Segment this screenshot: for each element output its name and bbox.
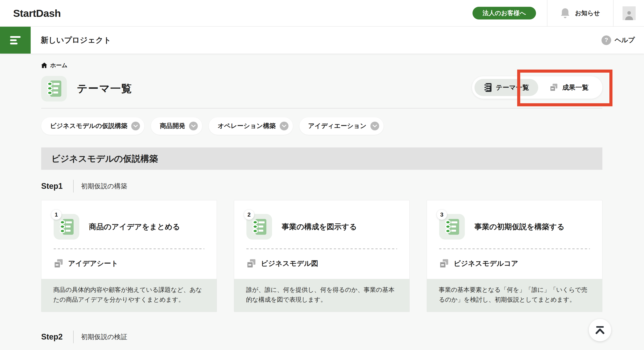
step1-row: Step1 初期仮説の構築	[41, 180, 602, 192]
artifact-row: ビジネスモデルコア	[439, 259, 590, 268]
filter-chip-label: 商品開発	[160, 122, 185, 130]
artifact-name: ビジネスモデル図	[261, 259, 318, 268]
artifact-windows-icon	[439, 259, 449, 268]
results-windows-icon	[550, 83, 558, 92]
top-app-bar: StartDash 法人のお客様へ お知らせ	[0, 0, 644, 27]
page-title-row: テーマ一覧 テーマ一覧	[41, 76, 602, 101]
tab-theme-list[interactable]: テーマ一覧	[474, 79, 538, 96]
card-header: 商品のアイデアをまとめる	[42, 200, 217, 239]
theme-list-dark-icon	[484, 83, 492, 92]
question-mark-icon: ?	[602, 35, 611, 45]
artifact-row: アイデアシート	[54, 259, 204, 268]
step2-label: Step2	[41, 332, 73, 342]
card-number-badge: 3	[436, 209, 447, 220]
hamburger-icon	[10, 36, 20, 38]
filter-chip-label: アイディエーション	[308, 122, 366, 130]
user-avatar-icon	[622, 6, 636, 20]
section-header: ビジネスモデルの仮説構築	[41, 148, 602, 170]
view-toggle: テーマ一覧 成果一覧	[472, 76, 602, 99]
theme-list-icon	[41, 76, 67, 102]
artifact-name: アイデアシート	[68, 259, 118, 268]
help-label: ヘルプ	[615, 36, 635, 45]
project-title: 新しいプロジェクト	[41, 35, 111, 45]
tab-results-list-label: 成果一覧	[562, 83, 588, 92]
filter-chip[interactable]: ビジネスモデルの仮説構築	[41, 117, 144, 135]
card-header: 事業の初期仮説を構築する	[427, 200, 602, 239]
card-description: 商品の具体的内容や顧客が抱えている課題など、あなたの商品アイデアを分かりやすくま…	[42, 279, 217, 312]
breadcrumb-home-link[interactable]: ホーム	[41, 62, 68, 68]
filter-chip[interactable]: オペレーション構築	[209, 117, 293, 135]
account-menu[interactable]	[614, 0, 644, 26]
card-title: 事業の初期仮説を構築する	[474, 222, 564, 232]
card-description: 事業の基本要素となる「何を」「誰に」「いくらで売るのか」を検討し、初期仮説として…	[427, 279, 602, 312]
corporate-customers-button[interactable]: 法人のお客様へ	[472, 7, 536, 19]
main-content: ホーム テーマ一覧	[0, 54, 644, 343]
chevron-down-icon[interactable]	[189, 122, 198, 130]
arrow-up-to-line-icon	[595, 326, 604, 334]
card-number-badge: 1	[51, 209, 62, 220]
filter-chip-label: オペレーション構築	[218, 122, 276, 130]
filter-chip-label: ビジネスモデルの仮説構築	[50, 122, 127, 130]
tab-theme-list-label: テーマ一覧	[496, 83, 529, 92]
chevron-down-icon[interactable]	[280, 122, 288, 130]
section-title: ビジネスモデルの仮説構築	[51, 153, 158, 165]
theme-card-grid: 1 商品のアイデアをまとめる	[41, 200, 602, 312]
home-icon	[41, 62, 47, 68]
notifications-button[interactable]: お知らせ	[548, 0, 613, 26]
hamburger-menu-button[interactable]	[0, 27, 31, 54]
theme-card[interactable]: 2 事業の構成を図示する	[234, 200, 410, 312]
chevron-down-icon[interactable]	[131, 122, 140, 130]
notifications-label: お知らせ	[575, 9, 600, 17]
step2-row: Step2 初期仮説の検証	[41, 331, 602, 343]
app-logo: StartDash	[13, 7, 61, 19]
step-divider	[73, 180, 74, 192]
card-number-badge: 2	[244, 209, 254, 220]
dashed-divider	[439, 248, 590, 249]
card-title: 商品のアイデアをまとめる	[89, 222, 180, 232]
artifact-windows-icon	[246, 259, 256, 268]
theme-card[interactable]: 3 事業の初期仮説を構築する	[427, 200, 602, 312]
artifact-name: ビジネスモデルコア	[454, 259, 518, 268]
artifact-row: ビジネスモデル図	[246, 259, 397, 268]
dashed-divider	[246, 248, 397, 249]
card-title: 事業の構成を図示する	[282, 222, 357, 232]
step1-label: Step1	[41, 181, 73, 191]
artifact-windows-icon	[54, 259, 63, 268]
title-divider	[41, 108, 602, 109]
card-header: 事業の構成を図示する	[234, 200, 410, 239]
tab-results-list[interactable]: 成果一覧	[538, 79, 600, 96]
card-description: 誰が、誰に、何を提供し、何を得るのか、事業の基本的な構成を図で表現します。	[234, 279, 410, 312]
filter-chip[interactable]: アイディエーション	[300, 117, 384, 135]
breadcrumb-home-label: ホーム	[50, 61, 68, 69]
filter-chip[interactable]: 商品開発	[151, 117, 202, 135]
theme-card[interactable]: 1 商品のアイデアをまとめる	[41, 200, 217, 312]
help-button[interactable]: ? ヘルプ	[602, 35, 635, 45]
category-filter-row: ビジネスモデルの仮説構築 商品開発 オペレーション構築 アイディエーション	[41, 117, 602, 135]
step-divider	[73, 331, 74, 343]
chevron-down-icon[interactable]	[370, 122, 379, 130]
scroll-to-top-button[interactable]	[589, 319, 611, 341]
page-title: テーマ一覧	[77, 82, 132, 96]
topbar-right-group: 法人のお客様へ お知らせ	[472, 0, 644, 26]
bell-icon	[560, 8, 570, 18]
step1-name: 初期仮説の構築	[81, 182, 127, 191]
dashed-divider	[54, 248, 204, 249]
step2-name: 初期仮説の検証	[81, 333, 127, 342]
project-menu-bar: 新しいプロジェクト ? ヘルプ	[0, 27, 644, 54]
